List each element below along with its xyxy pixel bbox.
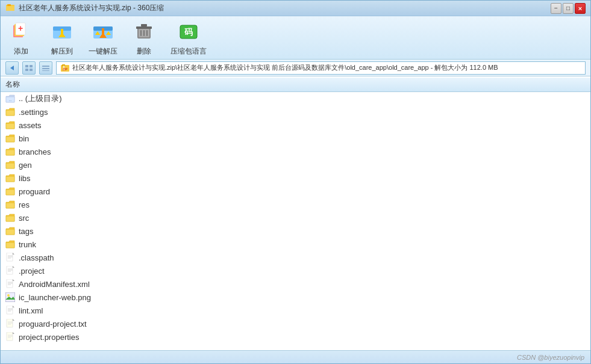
list-item[interactable]: ic_launcher-web.png	[1, 291, 590, 304]
minimize-button[interactable]: −	[551, 3, 561, 14]
file-name: project.properties	[19, 333, 79, 342]
svg-rect-29	[25, 65, 28, 67]
file-list: 名称 .. .. (上级目录) .settings assets bin bra…	[1, 76, 590, 350]
svg-rect-24	[146, 30, 148, 36]
title-icon	[5, 2, 15, 14]
delete-label: 删除	[137, 46, 151, 57]
svg-rect-45	[6, 150, 14, 155]
toolbar: + 添加 解压到	[1, 16, 590, 60]
file-name: .. (上级目录)	[19, 93, 62, 104]
file-icon	[5, 253, 15, 262]
add-label: 添加	[14, 46, 28, 57]
file-name: lint.xml	[19, 306, 43, 315]
compress-lang-label: 压缩包语言	[170, 46, 207, 57]
main-window: 社区老年人服务系统设计与实现.zip - 360压缩 − □ × + 添加	[0, 0, 591, 364]
file-name: .settings	[19, 108, 48, 117]
file-name: res	[19, 200, 30, 209]
content-area: 名称 .. .. (上级目录) .settings assets bin bra…	[1, 76, 590, 350]
svg-rect-35	[42, 70, 49, 71]
svg-rect-68	[5, 292, 15, 302]
list-item[interactable]: tags	[1, 224, 590, 238]
list-item[interactable]: .. .. (上级目录)	[1, 92, 590, 105]
file-icon	[5, 279, 15, 289]
file-icon	[5, 319, 15, 329]
svg-marker-73	[13, 306, 14, 307]
file-icon	[5, 266, 15, 276]
file-name: .project	[19, 267, 45, 276]
svg-rect-52	[6, 242, 14, 248]
list-item[interactable]: branches	[1, 145, 590, 158]
svg-rect-11	[61, 29, 63, 34]
view-mode-button[interactable]	[22, 61, 36, 75]
extract-button[interactable]: 解压到	[48, 19, 77, 57]
file-icon	[5, 120, 15, 130]
address-path: ZIP 社区老年人服务系统设计与实现.zip\社区老年人服务系统设计与实现 前后…	[56, 61, 586, 75]
svg-rect-49	[6, 203, 14, 208]
svg-marker-78	[13, 319, 14, 321]
list-item[interactable]: bin	[1, 132, 590, 145]
file-name: trunk	[19, 240, 36, 249]
file-name: branches	[19, 147, 51, 156]
svg-marker-54	[13, 253, 14, 254]
file-name: tags	[19, 227, 34, 236]
svg-rect-21	[141, 24, 147, 26]
maximize-button[interactable]: □	[563, 3, 574, 14]
list-item[interactable]: res	[1, 198, 590, 211]
svg-rect-31	[25, 69, 28, 71]
list-item[interactable]: assets	[1, 119, 590, 132]
list-item[interactable]: lint.xml	[1, 304, 590, 317]
file-icon	[5, 292, 15, 302]
file-icon	[5, 160, 15, 170]
svg-rect-22	[140, 30, 142, 36]
svg-marker-64	[13, 279, 14, 281]
delete-button[interactable]: 删除	[130, 19, 158, 57]
list-item[interactable]: project.properties	[1, 330, 590, 344]
list-item[interactable]: .classpath	[1, 251, 590, 264]
column-header-name: 名称	[1, 78, 590, 92]
svg-rect-48	[6, 190, 14, 195]
svg-marker-59	[13, 266, 14, 268]
list-item[interactable]: AndroidManifest.xml	[1, 277, 590, 291]
file-name: AndroidManifest.xml	[19, 280, 90, 289]
svg-rect-20	[136, 26, 152, 29]
list-item[interactable]: gen	[1, 158, 590, 171]
svg-rect-50	[6, 216, 14, 221]
svg-rect-3	[6, 6, 14, 11]
status-bar: CSDN @biyezuopinvip	[1, 350, 590, 363]
list-item[interactable]: libs	[1, 171, 590, 185]
svg-marker-83	[13, 332, 14, 334]
back-button[interactable]	[5, 61, 19, 75]
list-item[interactable]: .project	[1, 264, 590, 277]
file-icon: ..	[5, 94, 15, 103]
list-item[interactable]: src	[1, 211, 590, 224]
file-name: libs	[19, 174, 31, 183]
svg-text:+: +	[18, 23, 23, 33]
svg-rect-15	[102, 28, 104, 34]
list-view-button[interactable]	[39, 61, 52, 75]
svg-text:码: 码	[184, 27, 193, 37]
list-item[interactable]: proguard	[1, 185, 590, 198]
add-button[interactable]: + 添加	[7, 19, 36, 57]
file-icon	[5, 239, 15, 249]
svg-rect-33	[42, 66, 49, 67]
extract-all-button[interactable]: 一键解压	[89, 19, 117, 57]
file-name: assets	[19, 121, 42, 130]
file-icon	[5, 226, 15, 236]
watermark-text: CSDN @biyezuopinvip	[517, 354, 584, 361]
svg-rect-34	[42, 68, 49, 69]
svg-marker-28	[10, 66, 14, 70]
svg-text:ZIP: ZIP	[63, 67, 67, 71]
file-icon	[5, 173, 15, 183]
compress-lang-button[interactable]: 码 压缩包语言	[170, 19, 207, 57]
file-icon	[5, 306, 15, 315]
file-icon	[5, 147, 15, 156]
svg-rect-32	[30, 69, 33, 71]
list-item[interactable]: trunk	[1, 238, 590, 251]
close-button[interactable]: ×	[575, 3, 586, 14]
file-icon	[5, 187, 15, 196]
svg-rect-23	[143, 30, 145, 36]
svg-rect-2	[7, 4, 11, 6]
svg-rect-51	[6, 229, 14, 235]
list-item[interactable]: proguard-project.txt	[1, 317, 590, 330]
list-item[interactable]: .settings	[1, 105, 590, 119]
